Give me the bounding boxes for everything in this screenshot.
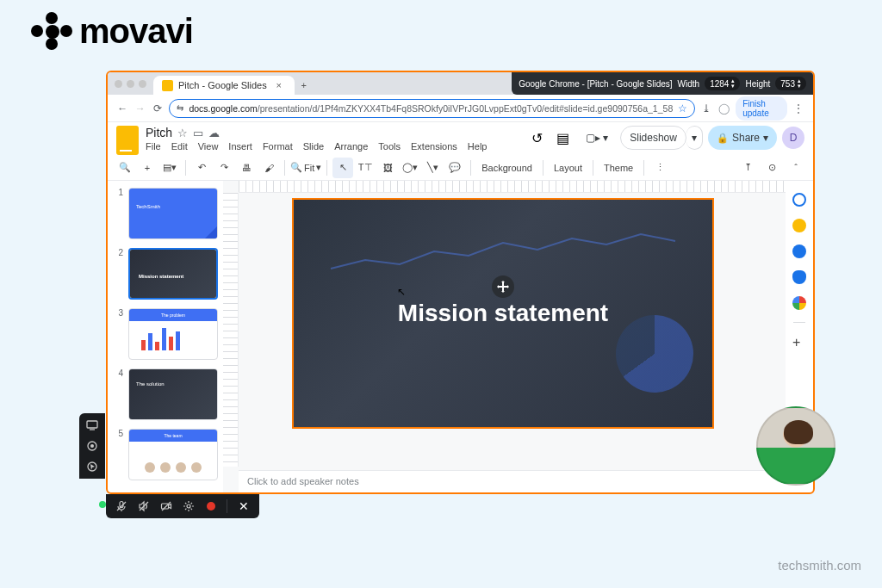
new-tab-button[interactable]: + bbox=[295, 76, 314, 95]
recorder-close-button[interactable]: ✕ bbox=[237, 499, 251, 513]
present-up-icon[interactable]: ⤒ bbox=[737, 158, 758, 178]
slide-canvas[interactable]: ↖ Mission statement bbox=[292, 198, 714, 429]
addons-plus-icon[interactable]: + bbox=[792, 335, 806, 349]
menu-edit[interactable]: Edit bbox=[171, 141, 188, 152]
document-title[interactable]: Pitch bbox=[146, 126, 172, 139]
height-stepper[interactable]: 753▴▾ bbox=[775, 77, 806, 90]
finish-update-chip[interactable]: Finish update bbox=[736, 96, 786, 121]
present-record-icon[interactable]: ⊙ bbox=[761, 158, 782, 178]
slides-toolbar: 🔍 + ▤▾ ↶ ↷ 🖶 🖌 🔍 Fit ▾ ↖ T⊤ 🖼 ◯▾ ╲▾ 💬 Ba… bbox=[108, 155, 813, 181]
zoom-icon: 🔍 bbox=[290, 162, 302, 173]
move-folder-icon[interactable]: ▭ bbox=[193, 127, 203, 139]
height-label: Height bbox=[745, 79, 770, 89]
redo-button[interactable]: ↷ bbox=[214, 158, 234, 178]
comments-icon[interactable]: ▤ bbox=[553, 127, 574, 148]
image-tool[interactable]: 🖼 bbox=[377, 158, 398, 178]
recorder-audio-icon[interactable] bbox=[137, 499, 151, 513]
webcam-overlay[interactable] bbox=[756, 406, 835, 486]
recorder-webcam-icon[interactable] bbox=[85, 439, 99, 453]
zoom-control[interactable]: 🔍 Fit ▾ bbox=[290, 162, 321, 173]
content-area: 1 TechSmith 2 Mission statement 3 The pr… bbox=[108, 181, 813, 492]
filmstrip[interactable]: 1 TechSmith 2 Mission statement 3 The pr… bbox=[108, 181, 223, 492]
undo-button[interactable]: ↶ bbox=[191, 158, 212, 178]
width-stepper[interactable]: 1284▴▾ bbox=[705, 77, 740, 90]
tasks-icon[interactable] bbox=[792, 244, 806, 258]
share-button[interactable]: 🔒Share▾ bbox=[708, 126, 777, 150]
capture-caption: Google Chrome - [Pitch - Google Slides] bbox=[519, 79, 672, 89]
menu-view[interactable]: View bbox=[198, 141, 219, 152]
overflow-menu[interactable]: ⋮ bbox=[649, 158, 670, 178]
shape-tool[interactable]: ◯▾ bbox=[400, 158, 420, 178]
site-lock-icon[interactable]: ⇆ bbox=[177, 103, 183, 113]
bookmark-star-icon[interactable]: ☆ bbox=[678, 102, 687, 115]
theme-button[interactable]: Theme bbox=[599, 163, 638, 173]
svg-point-3 bbox=[90, 444, 94, 448]
slide-title-text[interactable]: Mission statement bbox=[398, 300, 608, 327]
line-tool[interactable]: ╲▾ bbox=[422, 158, 443, 178]
account-avatar[interactable]: D bbox=[782, 127, 804, 149]
move-handle-icon[interactable] bbox=[492, 275, 514, 298]
extension-icon[interactable]: ◯ bbox=[718, 100, 730, 117]
layout-button[interactable]: Layout bbox=[549, 163, 587, 173]
reload-button[interactable]: ⟳ bbox=[152, 100, 164, 117]
paint-format-button[interactable]: 🖌 bbox=[258, 158, 279, 178]
menu-slide[interactable]: Slide bbox=[303, 141, 324, 152]
meet-camera-button[interactable]: ▢▸ ▾ bbox=[579, 126, 615, 150]
menu-file[interactable]: File bbox=[146, 141, 161, 152]
browser-toolbar: ← → ⟳ ⇆ docs.google.com/presentation/d/1… bbox=[108, 95, 813, 122]
menu-tools[interactable]: Tools bbox=[378, 141, 401, 152]
grid-view-icon[interactable]: ▦ bbox=[123, 489, 140, 492]
slideshow-button[interactable]: Slideshow bbox=[620, 126, 686, 150]
slideshow-dropdown[interactable]: ▾ bbox=[686, 126, 703, 150]
collapse-filmstrip-icon[interactable]: ‹ bbox=[147, 489, 165, 492]
recorder-cursor-icon[interactable] bbox=[85, 460, 99, 473]
forward-button[interactable]: → bbox=[134, 100, 146, 117]
new-slide-dropdown[interactable]: ▤▾ bbox=[159, 158, 180, 178]
filmstrip-slide-5[interactable]: 5 The team bbox=[115, 429, 220, 480]
window-controls[interactable] bbox=[108, 72, 153, 95]
star-icon[interactable]: ☆ bbox=[177, 127, 188, 139]
slides-app-icon[interactable] bbox=[116, 126, 139, 155]
history-icon[interactable]: ↺ bbox=[527, 127, 548, 148]
maps-icon[interactable] bbox=[792, 296, 806, 310]
browser-tab-title: Pitch - Google Slides bbox=[178, 80, 267, 90]
recorder-status-dot bbox=[99, 501, 106, 508]
recorder-side-toolbar bbox=[79, 413, 105, 479]
filmstrip-slide-4[interactable]: 4 The solution bbox=[115, 368, 220, 420]
back-button[interactable]: ← bbox=[116, 100, 128, 117]
comment-tool[interactable]: 💬 bbox=[444, 158, 465, 178]
recorder-screen-icon[interactable] bbox=[85, 418, 99, 432]
recorder-bottom-toolbar: ✕ bbox=[106, 494, 259, 518]
menu-format[interactable]: Format bbox=[263, 141, 293, 152]
calendar-icon[interactable] bbox=[792, 193, 806, 207]
search-menu-icon[interactable]: 🔍 bbox=[115, 158, 135, 178]
recorder-mic-icon[interactable] bbox=[115, 499, 128, 513]
menu-help[interactable]: Help bbox=[468, 141, 488, 152]
address-bar[interactable]: ⇆ docs.google.com/presentation/d/1Pf4mZK… bbox=[169, 99, 695, 118]
menu-extensions[interactable]: Extensions bbox=[411, 141, 457, 152]
browser-tab[interactable]: Pitch - Google Slides × bbox=[153, 76, 295, 95]
keep-icon[interactable] bbox=[792, 219, 806, 232]
speaker-notes[interactable]: Click to add speaker notes bbox=[239, 470, 786, 492]
recorder-settings-icon[interactable] bbox=[182, 499, 196, 513]
filmstrip-slide-3[interactable]: 3 The problem bbox=[115, 308, 220, 360]
slide-bg-linechart bbox=[328, 226, 678, 277]
recorder-record-button[interactable] bbox=[204, 499, 218, 513]
filmstrip-slide-1[interactable]: 1 TechSmith bbox=[115, 188, 220, 239]
textbox-tool[interactable]: T⊤ bbox=[355, 158, 376, 178]
hide-menus-icon[interactable]: ˆ bbox=[786, 158, 806, 178]
contacts-icon[interactable] bbox=[792, 270, 806, 284]
slide-canvas-area[interactable]: ↖ Mission statement Click to add speaker… bbox=[223, 181, 786, 492]
new-slide-button[interactable]: + bbox=[137, 158, 158, 178]
download-icon[interactable]: ⤓ bbox=[700, 100, 712, 117]
tab-close-icon[interactable]: × bbox=[272, 80, 286, 90]
browser-menu-icon[interactable]: ⋮ bbox=[792, 100, 804, 117]
ruler-vertical bbox=[223, 193, 239, 467]
menu-arrange[interactable]: Arrange bbox=[334, 141, 368, 152]
recorder-camera-icon[interactable] bbox=[159, 499, 173, 513]
menu-insert[interactable]: Insert bbox=[228, 141, 252, 152]
background-button[interactable]: Background bbox=[476, 163, 537, 173]
print-button[interactable]: 🖶 bbox=[236, 158, 257, 178]
filmstrip-slide-2[interactable]: 2 Mission statement bbox=[115, 248, 220, 300]
select-tool[interactable]: ↖ bbox=[332, 158, 353, 178]
